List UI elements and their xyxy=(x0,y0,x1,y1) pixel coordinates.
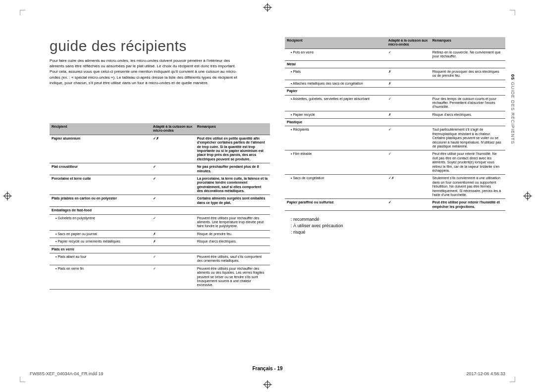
th-recipient: Récipient xyxy=(50,123,151,135)
cell-suitable: ✓ xyxy=(386,150,430,175)
th-recipient: Récipient xyxy=(285,37,386,49)
cell-suitable: ✓✗ xyxy=(151,135,195,163)
cell-remarks xyxy=(430,119,505,126)
cell-remarks: Peuvent être utilisés, sauf s'ils compor… xyxy=(195,253,270,265)
cell-recipient: • Papier recyclé xyxy=(285,111,386,118)
crop-mark xyxy=(20,10,25,15)
cell-recipient: Papier paraffiné ou sulfurisé xyxy=(285,199,386,211)
page-title: guide des récipients xyxy=(50,37,270,55)
cell-remarks: Risque de prendre feu. xyxy=(195,230,270,238)
cell-recipient: Plats en verre xyxy=(50,245,151,253)
cell-suitable: ✗ xyxy=(386,111,430,118)
cell-remarks: La porcelaine, la terre cuite, la faïenc… xyxy=(195,175,270,195)
th-remarks: Remarques xyxy=(430,37,505,49)
cell-remarks: Retirez-en le couvercle. Ne conviennent … xyxy=(430,49,505,60)
cell-recipient: • Sacs en papier ou journal xyxy=(50,230,151,238)
cell-suitable: ✗ xyxy=(151,230,195,238)
table-row: Papier paraffiné ou sulfurisé✓Peut être … xyxy=(285,199,505,211)
cell-recipient: Emballages de fast-food xyxy=(50,207,151,214)
table-row: • Récipients✓Tout particulièrement s'il … xyxy=(285,126,505,150)
cell-suitable: ✓ xyxy=(386,95,430,111)
cell-recipient: Plats jetables en carton ou en polyester xyxy=(50,195,151,207)
chapter-number: 05 xyxy=(510,74,515,80)
footer-page-label: Français - 19 xyxy=(252,366,282,371)
left-column: guide des récipients Pour faire cuire de… xyxy=(50,37,270,290)
cell-recipient: Papier xyxy=(285,88,386,95)
registration-mark-icon xyxy=(263,380,272,389)
cell-recipient: • Papier recyclé ou ornements métallique… xyxy=(50,238,151,245)
cookware-table-right: Récipient Adapté à la cuisson aux micro-… xyxy=(285,37,505,211)
cell-remarks xyxy=(195,207,270,214)
cell-suitable: ✓ xyxy=(151,214,195,230)
cell-remarks xyxy=(430,88,505,95)
cell-recipient: • Sacs de congélation xyxy=(285,175,386,199)
cell-remarks: Tout particulièrement s'il s'agit de the… xyxy=(430,126,505,150)
footer-filename: FW88S-XEF_04034A-04_FR.indd 19 xyxy=(30,371,104,376)
cell-remarks xyxy=(430,80,505,87)
registration-mark-icon xyxy=(263,3,272,12)
cell-suitable: ✓ xyxy=(386,49,430,60)
cell-suitable: ✗ xyxy=(386,68,430,80)
table-row: Papier aluminium✓✗Peut être utilisé en p… xyxy=(50,135,270,163)
cell-recipient: • Film étirable xyxy=(285,150,386,175)
cell-remarks: Peuvent être utilisés pour réchauffer de… xyxy=(195,265,270,289)
cell-suitable: ✓✗ xyxy=(386,175,430,199)
cell-suitable xyxy=(151,245,195,253)
table-row: • Papier recyclé✗Risque d'arcs électriqu… xyxy=(285,111,505,118)
cell-suitable: ✓ xyxy=(151,253,195,265)
table-row: • Plats✗Risquent de provoquer des arcs é… xyxy=(285,68,505,80)
cell-suitable: ✓ xyxy=(151,175,195,195)
cell-remarks: Pour des temps de cuisson courts et pour… xyxy=(430,95,505,111)
side-chapter-label: 05 GUIDE DES RÉCIPIENTS xyxy=(510,74,515,145)
cell-recipient: • Assiettes, gobelets, serviettes et pap… xyxy=(285,95,386,111)
cell-remarks xyxy=(195,245,270,253)
cell-recipient: • Plats en verre fin xyxy=(50,265,151,289)
cell-recipient: Porcelaine et terre cuite xyxy=(50,175,151,195)
registration-mark-icon xyxy=(523,192,532,200)
cell-remarks: Peuvent être utilisés pour réchauffer de… xyxy=(195,214,270,230)
cell-remarks xyxy=(430,60,505,68)
table-row: • Gobelets en polystyrène✓Peuvent être u… xyxy=(50,214,270,230)
crop-mark xyxy=(20,377,25,382)
legend: : recommandé : À utiliser avec précautio… xyxy=(285,217,505,235)
cell-recipient: • Plats allant au four xyxy=(50,253,151,265)
table-row: Plats en verre xyxy=(50,245,270,253)
table-row: Métal xyxy=(285,60,505,68)
cell-remarks: Certains aliments surgelés sont emballés… xyxy=(195,195,270,207)
table-row: • Pots en verre✓Retirez-en le couvercle.… xyxy=(285,49,505,60)
table-row: Papier xyxy=(285,88,505,95)
table-row: Plats jetables en carton ou en polyester… xyxy=(50,195,270,207)
table-row: • Film étirable✓Peut être utilisé pour r… xyxy=(285,150,505,175)
th-remarks: Remarques xyxy=(195,123,270,135)
cell-recipient: • Plats xyxy=(285,68,386,80)
cell-suitable: ✓ xyxy=(386,126,430,150)
table-row: • Plats en verre fin✓Peuvent être utilis… xyxy=(50,265,270,289)
cell-recipient: Plastique xyxy=(285,119,386,126)
intro-text: Pour faire cuire des aliments au micro-o… xyxy=(50,58,238,117)
cell-suitable xyxy=(386,119,430,126)
page: 05 GUIDE DES RÉCIPIENTS guide des récipi… xyxy=(0,0,535,392)
cell-remarks: Seulement s'ils conviennent à une utilis… xyxy=(430,175,505,199)
table-row: Porcelaine et terre cuite✓La porcelaine,… xyxy=(50,175,270,195)
cell-recipient: Papier aluminium xyxy=(50,135,151,163)
crop-mark xyxy=(510,10,515,15)
legend-risky: : risqué xyxy=(291,230,505,235)
cell-recipient: Plat croustilleur xyxy=(50,163,151,175)
cell-remarks: Peut être utilisé pour retenir l'humidit… xyxy=(430,150,505,175)
cell-suitable: ✗ xyxy=(151,238,195,245)
table-row: • Attaches métalliques des sacs de congé… xyxy=(285,80,505,87)
cell-suitable xyxy=(386,60,430,68)
table-row: Plat croustilleur✓Ne pas préchauffer pen… xyxy=(50,163,270,175)
table-row: Emballages de fast-food xyxy=(50,207,270,214)
legend-recommended: : recommandé xyxy=(291,217,505,222)
table-row: • Assiettes, gobelets, serviettes et pap… xyxy=(285,95,505,111)
cell-suitable xyxy=(386,88,430,95)
cell-recipient: • Attaches métalliques des sacs de congé… xyxy=(285,80,386,87)
crop-mark xyxy=(510,377,515,382)
table-row: Plastique xyxy=(285,119,505,126)
cell-remarks: Risque d'arcs électriques. xyxy=(430,111,505,118)
registration-mark-icon xyxy=(3,192,12,200)
cell-recipient: • Pots en verre xyxy=(285,49,386,60)
cell-suitable: ✓ xyxy=(151,163,195,175)
cell-remarks: Peut être utilisé pour retenir l'humidit… xyxy=(430,199,505,211)
